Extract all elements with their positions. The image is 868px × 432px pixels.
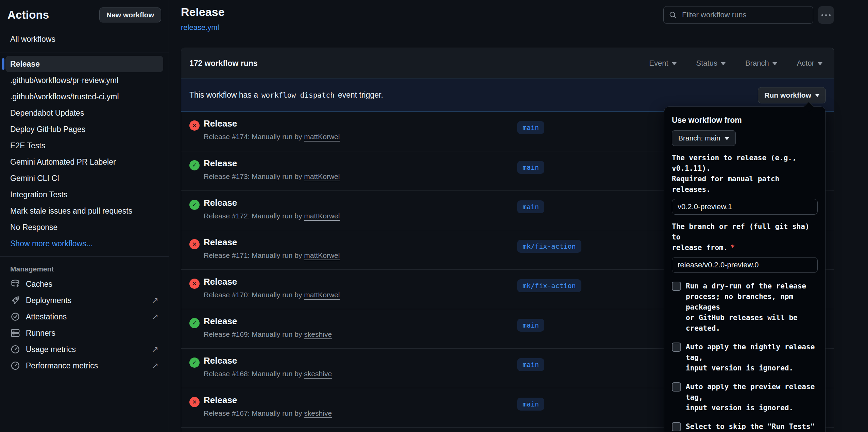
- preview-tag-checkbox[interactable]: [672, 382, 681, 392]
- sidebar-item-label: Usage metrics: [26, 345, 76, 354]
- sidebar-item-pr-review[interactable]: .github/workflows/pr-review.yml: [5, 72, 163, 88]
- run-status-failure-icon: [189, 239, 200, 249]
- run-actor-link[interactable]: skeshive: [304, 370, 332, 378]
- sidebar-item-all-workflows[interactable]: All workflows: [5, 31, 163, 47]
- run-status-success-icon: [189, 160, 200, 170]
- run-actor-link[interactable]: mattKorwel: [304, 212, 340, 220]
- required-asterisk: *: [730, 244, 735, 252]
- sidebar-item-no-response[interactable]: No Response: [5, 219, 163, 235]
- sidebar-item-runners[interactable]: Runners: [5, 325, 163, 341]
- ref-field-description: The branch or ref (full git sha) to rele…: [672, 221, 818, 253]
- sidebar-item-release[interactable]: Release: [5, 56, 163, 72]
- branch-badge[interactable]: main: [517, 161, 544, 174]
- run-title-link[interactable]: Release: [204, 237, 237, 248]
- workflow-file-link[interactable]: release.yml: [181, 23, 219, 32]
- run-status-success-icon: [189, 200, 200, 210]
- branch-badge[interactable]: main: [517, 200, 544, 213]
- version-field-description: The version to release (e.g., v0.1.11). …: [672, 153, 818, 195]
- run-title-link[interactable]: Release: [204, 118, 237, 129]
- sidebar-item-deployments[interactable]: Deployments ↗: [5, 292, 163, 309]
- external-link-icon: ↗: [152, 345, 158, 354]
- run-status-failure-icon: [189, 279, 200, 289]
- dry-run-checkbox[interactable]: [672, 282, 681, 291]
- run-status-success-icon: [189, 358, 200, 368]
- sidebar-item-integration-tests[interactable]: Integration Tests: [5, 186, 163, 203]
- management-nav: Caches Deployments ↗ Attestations ↗: [0, 276, 169, 374]
- branch-badge[interactable]: main: [517, 398, 544, 411]
- management-section-label: Management: [0, 260, 169, 276]
- run-actor-link[interactable]: mattKorwel: [304, 291, 340, 299]
- new-workflow-button[interactable]: New workflow: [99, 7, 161, 22]
- sidebar-item-gemini-cli-ci[interactable]: Gemini CLI CI: [5, 170, 163, 186]
- search-icon: [669, 11, 677, 19]
- workflow-nav: Release .github/workflows/pr-review.yml …: [0, 56, 169, 252]
- sidebar-divider: [0, 256, 169, 257]
- ref-input[interactable]: [672, 257, 818, 273]
- filter-workflow-runs-input[interactable]: [663, 6, 813, 24]
- run-title-link[interactable]: Release: [204, 395, 237, 405]
- dry-run-checkbox-row: Run a dry-run of the release process; no…: [672, 281, 818, 334]
- sidebar-item-usage-metrics[interactable]: Usage metrics ↗: [5, 341, 163, 358]
- run-title-link[interactable]: Release: [204, 316, 237, 327]
- branch-badge[interactable]: mk/fix-action: [517, 279, 581, 292]
- sidebar: Actions New workflow All workflows Relea…: [0, 0, 169, 432]
- sidebar-item-label: Attestations: [26, 312, 67, 321]
- actions-page: Actions New workflow All workflows Relea…: [0, 0, 868, 432]
- branch-badge[interactable]: main: [517, 358, 544, 371]
- sidebar-item-label: Performance metrics: [26, 361, 98, 370]
- sidebar-item-e2e-tests[interactable]: E2E Tests: [5, 137, 163, 154]
- run-actor-link[interactable]: skeshive: [304, 409, 332, 417]
- version-input[interactable]: [672, 199, 818, 215]
- sidebar-item-label: Runners: [26, 329, 55, 338]
- sidebar-item-performance-metrics[interactable]: Performance metrics ↗: [5, 358, 163, 374]
- workflow-dispatch-code: workflow_dispatch: [261, 91, 335, 99]
- nightly-tag-checkbox-row: Auto apply the nightly release tag, inpu…: [672, 342, 818, 373]
- skip-tests-checkbox[interactable]: [672, 422, 681, 431]
- external-link-icon: ↗: [152, 361, 158, 370]
- run-actor-link[interactable]: mattKorwel: [304, 172, 340, 180]
- branch-badge[interactable]: main: [517, 121, 544, 134]
- run-title-link[interactable]: Release: [204, 198, 237, 208]
- sidebar-item-caches[interactable]: Caches: [5, 276, 163, 292]
- filter-actor-dropdown[interactable]: Actor: [797, 59, 822, 68]
- sidebar-item-attestations[interactable]: Attestations ↗: [5, 309, 163, 325]
- sidebar-item-mark-stale[interactable]: Mark stale issues and pull requests: [5, 203, 163, 219]
- kebab-icon: [821, 14, 823, 16]
- chevron-down-icon: [818, 62, 822, 65]
- filter-status-dropdown[interactable]: Status: [696, 59, 726, 68]
- sidebar-divider: [0, 52, 169, 52]
- run-workflow-dropdown-button[interactable]: Run workflow: [758, 87, 826, 103]
- run-status-failure-icon: [189, 120, 200, 131]
- workflow-options-kebab-button[interactable]: [818, 6, 834, 24]
- nightly-tag-checkbox[interactable]: [672, 343, 681, 352]
- show-more-workflows-link[interactable]: Show more workflows...: [5, 235, 163, 252]
- branch-badge[interactable]: main: [517, 319, 544, 332]
- preview-tag-checkbox-row: Auto apply the preview release tag, inpu…: [672, 382, 818, 413]
- runs-list-header: 172 workflow runs Event Status Branch Ac…: [181, 48, 834, 79]
- sidebar-item-deploy-github-pages[interactable]: Deploy GitHub Pages: [5, 121, 163, 137]
- run-actor-link[interactable]: mattKorwel: [304, 251, 340, 259]
- run-title-link[interactable]: Release: [204, 277, 237, 287]
- run-actor-link[interactable]: mattKorwel: [304, 133, 340, 140]
- branch-selector-button[interactable]: Branch: main: [672, 130, 736, 146]
- external-link-icon: ↗: [152, 296, 158, 305]
- external-link-icon: ↗: [152, 312, 158, 321]
- page-title: Release: [181, 5, 225, 19]
- sidebar-item-trusted-ci[interactable]: .github/workflows/trusted-ci.yml: [5, 88, 163, 105]
- meter-icon: [10, 361, 20, 371]
- run-title-link[interactable]: Release: [204, 158, 237, 169]
- skip-tests-checkbox-row: Select to skip the "Run Tests" step in t…: [672, 421, 818, 432]
- banner-text: This workflow has aworkflow_dispatcheven…: [189, 90, 383, 100]
- chevron-down-icon: [772, 62, 777, 65]
- branch-badge[interactable]: mk/fix-action: [517, 240, 581, 253]
- runs-count: 172 workflow runs: [189, 59, 258, 68]
- verified-icon: [10, 312, 20, 322]
- chevron-down-icon: [672, 62, 677, 65]
- sidebar-item-dependabot-updates[interactable]: Dependabot Updates: [5, 105, 163, 121]
- run-title-link[interactable]: Release: [204, 355, 237, 366]
- filter-event-dropdown[interactable]: Event: [649, 59, 676, 68]
- chevron-down-icon: [725, 137, 729, 140]
- sidebar-item-gemini-pr-labeler[interactable]: Gemini Automated PR Labeler: [5, 154, 163, 170]
- filter-branch-dropdown[interactable]: Branch: [745, 59, 777, 68]
- run-actor-link[interactable]: skeshive: [304, 330, 332, 338]
